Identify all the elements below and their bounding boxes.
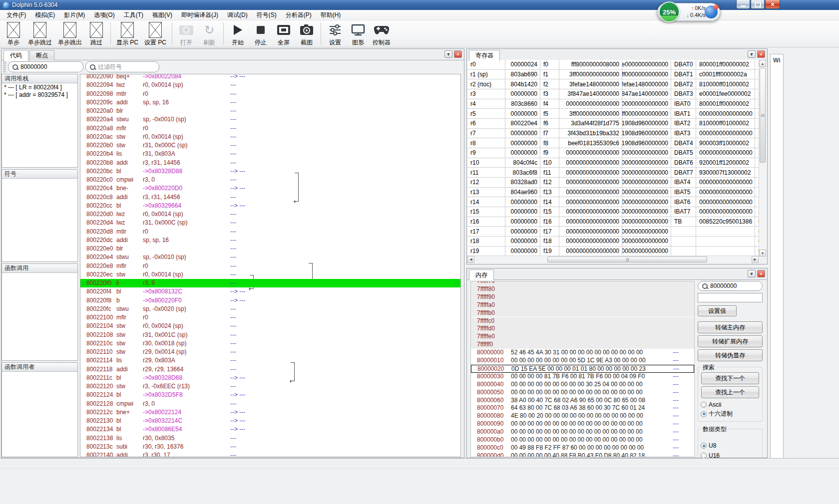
toolbar-button-step-over[interactable]: 单步跳过 [25,20,55,47]
tab-code[interactable]: 代码 [3,50,28,61]
disasm-row[interactable]: 80022130bl->0x8032214C--> --- [80,417,460,425]
memory-row[interactable]: 7fffff80 [471,285,694,293]
disasm-row[interactable]: 800220d8mtlrr0--- [80,228,460,236]
menu-item[interactable]: 调试(D) [223,10,252,20]
toolbar-button-skip[interactable]: 跳过 [85,20,108,47]
panel-dropdown-button[interactable]: ▼ [748,50,756,58]
disasm-row[interactable]: 8002212cbne+->0x80022124--> --- [80,408,460,417]
disasm-row[interactable]: 800220c0cmpwir3, 0--- [80,176,460,184]
disasm-row[interactable]: 800220fcstwusp, -0x0020 (sp)--- [80,305,460,313]
panel-close-button[interactable]: × [454,50,462,58]
dump-mram-button[interactable]: 转储主内存 [698,321,763,333]
toolbar-button-config[interactable]: 设置 [324,20,347,47]
toolbar-button-stop[interactable]: 停止 [249,20,272,47]
disasm-row[interactable]: 800220b4lisr31, 0x803A--- [80,150,460,158]
disasm-row[interactable]: 80022098mtlrr0--- [80,90,460,98]
menu-item[interactable]: 分析器(P) [281,10,316,20]
memory-row[interactable]: 8000001000 00 00 00 00 00 00 00 5D 1C 9E… [471,357,694,365]
memory-row[interactable]: 8000004000 00 00 00 00 00 00 00 00 30 25… [471,381,694,389]
disasm-row[interactable]: 800220e8mflrr0--- [80,262,460,270]
toolbar-button-graphics[interactable]: 图形 [347,20,370,47]
register-row[interactable]: r1280328ad0f1200000000000000000000000000… [467,178,760,188]
speed-overlay-widget[interactable]: 25% ↑0K/s ↓0.4K/s [657,3,720,21]
memory-value-input[interactable] [698,293,763,302]
disasm-row[interactable]: 800220c4bne-->0x800220D0--> --- [80,184,460,193]
disasm-row[interactable]: 80022104stwr0, 0x0024 (sp)--- [80,322,460,330]
memory-row[interactable]: 800000d000 00 00 00 00 40 88 F8 B0 43 F0… [471,452,694,457]
memory-row[interactable]: 7fffffe0 [471,333,694,341]
disasm-row[interactable]: 800220acstwr0, 0x0014 (sp)--- [80,133,460,141]
memory-row[interactable]: 7fffffc0 [471,317,694,325]
disasm-row[interactable]: 800220f0lir3, 9--- [80,279,460,287]
disasm-row[interactable]: 800220a8mflrr0--- [80,124,460,133]
toolbar-button-refresh[interactable]: ↻刷新 [198,20,221,47]
menu-item[interactable]: 帮助(H) [316,10,346,20]
callstack-entry[interactable]: * --- [ addr = 80329574 ] [2,91,77,98]
register-row[interactable]: r1900000000f1900000000000000000000000000… [467,247,760,256]
disasm-row[interactable]: 800220dcaddisp, sp, 16--- [80,236,460,245]
panel-dropdown-button[interactable]: ▼ [444,50,452,58]
memory-row[interactable]: 8000000052 46 45 4A 30 31 00 00 00 00 00… [471,349,694,357]
disasm-row[interactable]: 80022114lisr29, 0x803A--- [80,356,460,365]
disasm-row[interactable]: 800220bcbl->0x80328D88--> --- [80,167,460,176]
toolbar-button-screenshot[interactable]: 截图 [295,20,318,47]
register-row[interactable]: r300000000f33f847ae1400000003f847ae14000… [467,89,760,99]
disasm-row[interactable]: 800220e0blr--- [80,245,460,253]
minimize-button[interactable] [736,0,750,9]
disasm-row[interactable]: 80022108stwr31, 0x001C (sp)--- [80,331,460,339]
registers-vertical-scrollbar[interactable]: ▲ ▼ [759,60,767,256]
memory-row[interactable]: 7fffffd0 [471,325,694,333]
scrollbar-thumb[interactable] [760,68,766,163]
menu-item[interactable]: 选项(O) [89,10,119,20]
memory-row[interactable]: 8000007064 63 80 00 7C 68 03 A6 38 60 00… [471,404,694,412]
disasm-row[interactable]: 80022090beq+->0x80022084--> --- [80,74,460,81]
disasm-row[interactable]: 800220d4lwzr31, 0x000C (sp)--- [80,219,460,227]
menu-item[interactable]: 影片(M) [59,10,89,20]
scroll-down-button[interactable]: ▼ [759,250,766,256]
radio-hex[interactable]: 十六进制 [701,410,733,418]
memory-hex-view[interactable]: 7fffff707fffff807fffff907fffffa07fffffb0… [470,281,695,457]
disasm-row[interactable]: 8002209caddisp, sp, 16--- [80,98,460,107]
memory-row[interactable]: 800000b000 00 00 00 00 00 00 00 00 00 00… [471,436,694,444]
register-row[interactable]: r11803ac6f8f1100000000000000000000000000… [467,168,760,178]
toolbar-button-show-pc[interactable]: 显示 PC [113,20,141,47]
disasm-row[interactable]: 80022118addir29, r29, 13664--- [80,365,460,374]
panel-close-button[interactable]: × [757,50,765,58]
disasm-row[interactable]: 800220ecstwr0, 0x0014 (sp)--- [80,270,460,279]
memory-row[interactable]: 8000003000 00 00 00 81 7B F6 00 81 7B F6… [471,373,694,381]
dump-fakevmem-button[interactable]: 转储伪显存 [698,349,763,361]
disasm-row[interactable]: 8002213csubir30, r30, 16376--- [80,443,460,451]
disasm-row[interactable]: 80022140addir3, r30, 17--- [80,451,460,457]
disasm-row[interactable]: 8002210cstwr30, 0x0018 (sp)--- [80,339,460,348]
dump-exram-button[interactable]: 转储扩展内存 [698,335,763,347]
register-row[interactable]: r6800220e4f63d3af44f28f1d775401908d96000… [467,119,760,129]
disasm-row[interactable]: 80022124bl->0x8032D5F8--> --- [80,391,460,399]
register-row[interactable]: r1700000000f1700000000000000000000000000… [467,227,760,237]
disasm-row[interactable]: 800220d0lwzr0, 0x0014 (sp)--- [80,210,460,219]
scroll-up-button[interactable]: ▲ [759,60,766,67]
register-row[interactable]: r700000000f73f43bd31b19ba332401908d96000… [467,129,760,139]
radio-ascii[interactable]: Ascii [701,401,721,408]
radio-u8[interactable]: U8 [701,442,716,449]
register-row[interactable]: r4803c8660f40000000000000000000000000000… [467,99,760,109]
menu-item[interactable]: 即时编译器(J) [177,10,223,20]
register-row[interactable]: r900000000f90000000000000000000000000000… [467,148,760,158]
scroll-left-button[interactable]: ◀ [467,256,474,263]
memory-row[interactable]: 7fffffa0 [471,301,694,309]
disasm-row[interactable]: 800220a4stwusp, -0x0010 (sp)--- [80,115,460,124]
tab-registers[interactable]: 寄存器 [469,50,500,61]
disasm-row[interactable]: 80022138lisr30, 0x8035--- [80,434,460,443]
menu-item[interactable]: 模拟(E) [30,10,59,20]
tab-memory[interactable]: 内存 [469,269,494,280]
toolbar-button-play[interactable]: 开始 [226,20,249,47]
register-row[interactable]: r500000000f53ff00000000000003ff000000000… [467,109,760,119]
disasm-row[interactable]: 80022094lwzr0, 0x0014 (sp)--- [80,81,460,89]
disasm-row[interactable]: 800220a0blr--- [80,107,460,115]
memory-row[interactable]: 800000804E 80 00 20 00 00 00 00 00 00 00… [471,412,694,420]
scroll-right-button[interactable]: ▶ [752,256,759,263]
memory-row[interactable]: 7fffffb0 [471,309,694,317]
register-row[interactable]: r10804c0f4cf1000000000000000000000000000… [467,158,760,168]
memory-row[interactable]: 800000200D 15 EA 5E 00 00 00 01 01 80 00… [471,365,694,373]
register-row[interactable]: r2 (rtoc)804b1420f23fefae14800000003fefa… [467,79,760,89]
disasm-row[interactable]: 8002211cbl->0x80328D68--> --- [80,374,460,382]
